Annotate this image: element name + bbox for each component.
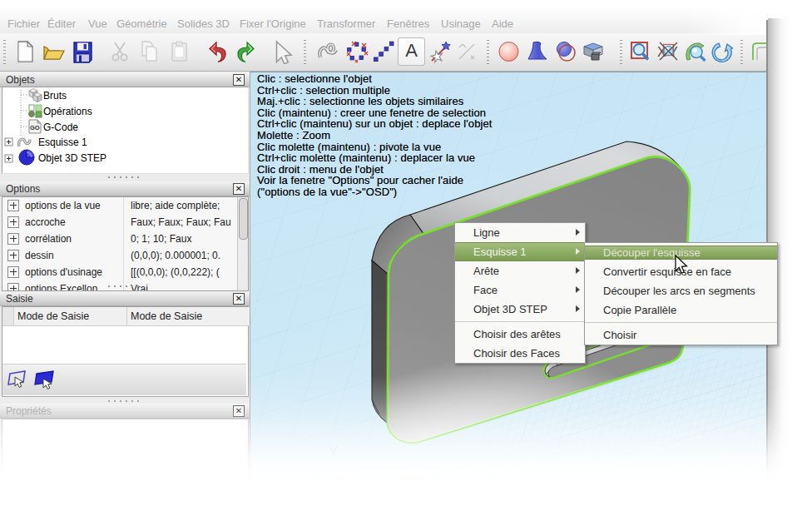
svg-text:GO: GO	[30, 124, 40, 131]
